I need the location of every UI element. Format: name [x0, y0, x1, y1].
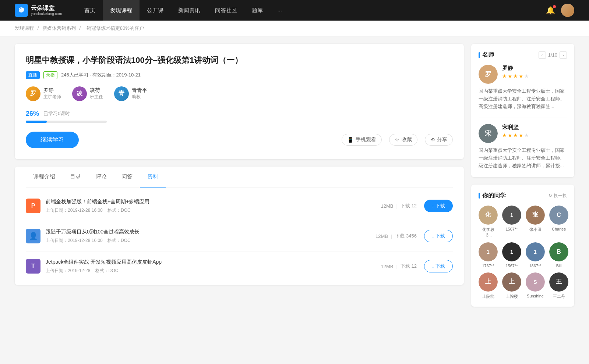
logo-icon [15, 4, 28, 17]
course-card: 明星中教授课，小学阶段语法100分–强化级第1讲动词（一） 直播 录播 246人… [15, 44, 464, 159]
instructor-3: 青 青青平 助教 [114, 86, 147, 101]
refresh-label: 换一换 [554, 193, 567, 199]
nav-qa[interactable]: 问答社区 [208, 0, 244, 21]
classmate-name-8: Bill [556, 264, 562, 268]
classmate-avatar-5[interactable]: 1 [479, 242, 498, 261]
classmate-avatar-1[interactable]: 化 [479, 206, 498, 225]
notification-bell[interactable]: 🔔 [546, 6, 555, 15]
instructor-img-3: 青 [114, 86, 129, 101]
classmate-avatar-3[interactable]: 张 [526, 206, 545, 225]
star3: ★ [513, 73, 518, 79]
star-icon: ☆ [395, 137, 399, 143]
nav-news[interactable]: 新闻资讯 [171, 0, 208, 21]
classmate-avatar-10[interactable]: 上 [502, 272, 521, 292]
user-avatar[interactable] [561, 4, 574, 17]
classmate-avatar-4[interactable]: C [549, 206, 568, 225]
breadcrumb-link-1[interactable]: 发现课程 [15, 25, 34, 31]
classmate-name-11: Sunshine [527, 294, 544, 298]
resource-title-2: 跟随千万级项目从0到100全过程高效成长 [46, 229, 375, 235]
resource-info-1: 前端全栈加强版！前端全栈+全周期+多端应用 上传日期：2019-12-28 16… [46, 199, 381, 214]
classmates-header-row: 你的同学 ↻ 换一换 [479, 192, 567, 200]
teacher-stars-1: ★ ★ ★ ★ ★ [502, 73, 567, 79]
classmate-avatar-6[interactable]: 1 [502, 242, 521, 261]
teacher-item-2: 宋 宋利坚 ★ ★ ★ ★ ★ 国内某重点大学安全工程专业硕士，国家一级注册消防… [479, 124, 567, 169]
nav-problems[interactable]: 题库 [244, 0, 270, 21]
classmates-grid: 化 化学教书... 1 1567** 张 张小田 [479, 206, 567, 299]
progress-bar-bg [26, 121, 107, 123]
instructor-name-3: 青青平 [132, 87, 147, 94]
teachers-header-row: 名师 ‹ 1/10 › [479, 51, 567, 59]
instructor-role-1: 主讲老师 [43, 94, 61, 100]
download-button-2[interactable]: ↓ 下载 [424, 230, 453, 242]
teacher-item-1: 罗 罗静 ★ ★ ★ ★ ★ 国内某重点大学安全工程专业硕士，国家一级注册消防工… [479, 65, 567, 110]
tab-qa[interactable]: 问答 [114, 167, 140, 187]
resource-stats-2: 12MB | 下载 3456 [375, 233, 417, 239]
tab-resource[interactable]: 资料 [140, 167, 166, 187]
instructor-info-1: 罗静 主讲老师 [43, 87, 61, 100]
teacher-avatar-2: 宋 [479, 124, 498, 143]
pager-next[interactable]: › [560, 51, 567, 59]
instructor-avatar-3: 青 [114, 86, 129, 101]
nav-home[interactable]: 首页 [77, 0, 103, 21]
instructor-avatar-2: 凌 [72, 86, 87, 101]
resource-item: P 前端全栈加强版！前端全栈+全周期+多端应用 上传日期：2019-12-28 … [26, 191, 453, 221]
classmate-name-12: 王二丹 [553, 294, 565, 299]
teacher-info-right-2: 宋利坚 ★ ★ ★ ★ ★ [502, 124, 567, 138]
continue-button[interactable]: 继续学习 [26, 132, 79, 148]
star4: ★ [519, 73, 523, 79]
instructor-2: 凌 凌荷 班主任 [72, 86, 103, 101]
logo[interactable]: 云朵课堂 yundouketang.com [15, 4, 62, 17]
resource-meta-1: 上传日期：2019-12-28 16:00 格式：DOC [46, 207, 381, 214]
resource-info-2: 跟随千万级项目从0到100全过程高效成长 上传日期：2019-12-28 16:… [46, 229, 375, 244]
sidebar-right: 名师 ‹ 1/10 › 罗 罗静 ★ ★ [471, 44, 574, 314]
progress-header: 26% 已学习0课时 [26, 110, 453, 118]
progress-percent: 26% [26, 110, 39, 118]
instructor-avatar-1: 罗 [26, 86, 40, 101]
download-button-1[interactable]: ↓ 下载 [424, 200, 453, 212]
main-layout: 明星中教授课，小学阶段语法100分–强化级第1讲动词（一） 直播 录播 246人… [0, 36, 589, 321]
breadcrumb-link-2[interactable]: 新媒体营销系列 [42, 25, 76, 31]
notification-dot [553, 5, 556, 8]
download-button-3[interactable]: ↓ 下载 [424, 260, 453, 272]
classmate-avatar-9[interactable]: 上 [479, 272, 498, 292]
nav-public[interactable]: 公开课 [140, 0, 171, 21]
classmate-avatar-7[interactable]: 1 [526, 242, 545, 261]
tab-intro[interactable]: 课程介绍 [26, 167, 63, 187]
teacher-header-2: 宋 宋利坚 ★ ★ ★ ★ ★ [479, 124, 567, 143]
classmate-item: 上 上院能 [479, 272, 498, 299]
action-row: 继续学习 📱 手机观看 ☆ 收藏 ⟲ 分享 [26, 132, 453, 148]
classmate-item: B Bill [549, 242, 568, 268]
classmate-avatar-11[interactable]: S [526, 272, 545, 292]
instructor-role-3: 助教 [132, 94, 147, 100]
course-meta-text: 246人已学习 · 有效期至：2019-10-21 [61, 72, 141, 78]
classmate-avatar-8[interactable]: B [549, 242, 568, 261]
nav-more[interactable]: ··· [270, 0, 290, 21]
star5: ★ [524, 73, 529, 79]
svg-point-0 [22, 8, 24, 10]
classmate-name-5: 1767** [482, 264, 494, 268]
teacher-name-2: 宋利坚 [502, 124, 567, 131]
classmate-item: C Charles [549, 206, 568, 238]
nav-discover[interactable]: 发现课程 [103, 0, 140, 21]
classmate-item: 1 1867** [526, 242, 545, 268]
classmate-avatar-12[interactable]: 王 [549, 272, 568, 292]
resource-title-1: 前端全栈加强版！前端全栈+全周期+多端应用 [46, 199, 381, 205]
tab-catalog[interactable]: 目录 [63, 167, 88, 187]
classmate-avatar-2[interactable]: 1 [502, 206, 521, 225]
instructors: 罗 罗静 主讲老师 凌 凌荷 班主任 [26, 86, 453, 101]
share-button[interactable]: ⟲ 分享 [425, 134, 453, 146]
tabs-header: 课程介绍 目录 评论 问答 资料 [26, 167, 453, 188]
resource-icon-1: P [26, 199, 40, 213]
tab-review[interactable]: 评论 [88, 167, 114, 187]
classmate-item: 化 化学教书... [479, 206, 498, 238]
collect-button[interactable]: ☆ 收藏 [389, 134, 417, 146]
instructor-role-2: 班主任 [90, 94, 103, 100]
instructor-name-1: 罗静 [43, 87, 61, 94]
teacher-stars-2: ★ ★ ★ ★ ★ [502, 132, 567, 138]
refresh-button[interactable]: ↻ 换一换 [549, 193, 567, 199]
mobile-view-button[interactable]: 📱 手机观看 [342, 134, 382, 146]
pager-prev[interactable]: ‹ [539, 51, 546, 59]
classmate-name-9: 上院能 [482, 294, 494, 299]
resource-icon-3: T [26, 259, 40, 274]
nav-right: 🔔 [546, 4, 574, 17]
